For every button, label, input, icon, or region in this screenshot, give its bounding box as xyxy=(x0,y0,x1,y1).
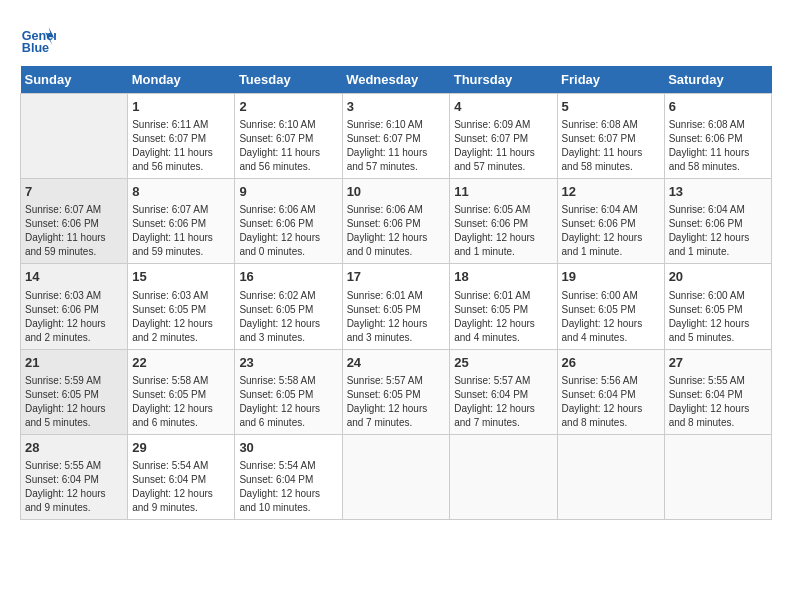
day-info: Sunrise: 5:54 AMSunset: 6:04 PMDaylight:… xyxy=(132,459,230,515)
day-number: 1 xyxy=(132,98,230,116)
calendar-cell: 14Sunrise: 6:03 AMSunset: 6:06 PMDayligh… xyxy=(21,264,128,349)
day-header-thursday: Thursday xyxy=(450,66,557,94)
calendar-cell: 27Sunrise: 5:55 AMSunset: 6:04 PMDayligh… xyxy=(664,349,771,434)
day-number: 3 xyxy=(347,98,446,116)
day-info: Sunrise: 6:00 AMSunset: 6:05 PMDaylight:… xyxy=(562,289,660,345)
day-info: Sunrise: 6:07 AMSunset: 6:06 PMDaylight:… xyxy=(132,203,230,259)
day-info: Sunrise: 6:07 AMSunset: 6:06 PMDaylight:… xyxy=(25,203,123,259)
day-info: Sunrise: 6:08 AMSunset: 6:06 PMDaylight:… xyxy=(669,118,767,174)
day-number: 17 xyxy=(347,268,446,286)
day-number: 13 xyxy=(669,183,767,201)
svg-text:Blue: Blue xyxy=(22,41,49,55)
day-header-saturday: Saturday xyxy=(664,66,771,94)
calendar-cell xyxy=(557,434,664,519)
page-header: General Blue xyxy=(20,20,772,56)
day-info: Sunrise: 5:58 AMSunset: 6:05 PMDaylight:… xyxy=(239,374,337,430)
calendar-cell: 17Sunrise: 6:01 AMSunset: 6:05 PMDayligh… xyxy=(342,264,450,349)
day-info: Sunrise: 5:55 AMSunset: 6:04 PMDaylight:… xyxy=(669,374,767,430)
day-number: 14 xyxy=(25,268,123,286)
calendar-cell: 5Sunrise: 6:08 AMSunset: 6:07 PMDaylight… xyxy=(557,94,664,179)
day-info: Sunrise: 6:03 AMSunset: 6:06 PMDaylight:… xyxy=(25,289,123,345)
calendar-cell: 11Sunrise: 6:05 AMSunset: 6:06 PMDayligh… xyxy=(450,179,557,264)
day-number: 9 xyxy=(239,183,337,201)
calendar-cell: 23Sunrise: 5:58 AMSunset: 6:05 PMDayligh… xyxy=(235,349,342,434)
day-info: Sunrise: 6:10 AMSunset: 6:07 PMDaylight:… xyxy=(347,118,446,174)
day-info: Sunrise: 6:03 AMSunset: 6:05 PMDaylight:… xyxy=(132,289,230,345)
calendar-cell: 6Sunrise: 6:08 AMSunset: 6:06 PMDaylight… xyxy=(664,94,771,179)
calendar-cell: 4Sunrise: 6:09 AMSunset: 6:07 PMDaylight… xyxy=(450,94,557,179)
day-number: 10 xyxy=(347,183,446,201)
day-info: Sunrise: 6:00 AMSunset: 6:05 PMDaylight:… xyxy=(669,289,767,345)
day-number: 4 xyxy=(454,98,552,116)
day-number: 19 xyxy=(562,268,660,286)
calendar-cell: 20Sunrise: 6:00 AMSunset: 6:05 PMDayligh… xyxy=(664,264,771,349)
day-number: 25 xyxy=(454,354,552,372)
day-info: Sunrise: 6:02 AMSunset: 6:05 PMDaylight:… xyxy=(239,289,337,345)
calendar-cell: 19Sunrise: 6:00 AMSunset: 6:05 PMDayligh… xyxy=(557,264,664,349)
day-info: Sunrise: 6:08 AMSunset: 6:07 PMDaylight:… xyxy=(562,118,660,174)
day-number: 6 xyxy=(669,98,767,116)
day-header-tuesday: Tuesday xyxy=(235,66,342,94)
day-number: 23 xyxy=(239,354,337,372)
day-info: Sunrise: 6:04 AMSunset: 6:06 PMDaylight:… xyxy=(669,203,767,259)
calendar-cell: 26Sunrise: 5:56 AMSunset: 6:04 PMDayligh… xyxy=(557,349,664,434)
day-number: 28 xyxy=(25,439,123,457)
day-number: 22 xyxy=(132,354,230,372)
calendar-cell: 1Sunrise: 6:11 AMSunset: 6:07 PMDaylight… xyxy=(128,94,235,179)
day-info: Sunrise: 5:58 AMSunset: 6:05 PMDaylight:… xyxy=(132,374,230,430)
calendar-cell: 30Sunrise: 5:54 AMSunset: 6:04 PMDayligh… xyxy=(235,434,342,519)
calendar-cell: 7Sunrise: 6:07 AMSunset: 6:06 PMDaylight… xyxy=(21,179,128,264)
day-info: Sunrise: 6:01 AMSunset: 6:05 PMDaylight:… xyxy=(347,289,446,345)
day-header-monday: Monday xyxy=(128,66,235,94)
day-number: 21 xyxy=(25,354,123,372)
calendar-cell: 21Sunrise: 5:59 AMSunset: 6:05 PMDayligh… xyxy=(21,349,128,434)
calendar-cell: 29Sunrise: 5:54 AMSunset: 6:04 PMDayligh… xyxy=(128,434,235,519)
logo: General Blue xyxy=(20,20,60,56)
day-number: 5 xyxy=(562,98,660,116)
day-info: Sunrise: 5:56 AMSunset: 6:04 PMDaylight:… xyxy=(562,374,660,430)
day-number: 8 xyxy=(132,183,230,201)
calendar-cell: 2Sunrise: 6:10 AMSunset: 6:07 PMDaylight… xyxy=(235,94,342,179)
day-number: 26 xyxy=(562,354,660,372)
day-number: 27 xyxy=(669,354,767,372)
day-number: 11 xyxy=(454,183,552,201)
day-info: Sunrise: 6:05 AMSunset: 6:06 PMDaylight:… xyxy=(454,203,552,259)
calendar-cell: 18Sunrise: 6:01 AMSunset: 6:05 PMDayligh… xyxy=(450,264,557,349)
day-number: 2 xyxy=(239,98,337,116)
calendar-cell: 15Sunrise: 6:03 AMSunset: 6:05 PMDayligh… xyxy=(128,264,235,349)
day-number: 12 xyxy=(562,183,660,201)
calendar-cell: 13Sunrise: 6:04 AMSunset: 6:06 PMDayligh… xyxy=(664,179,771,264)
day-info: Sunrise: 6:04 AMSunset: 6:06 PMDaylight:… xyxy=(562,203,660,259)
day-info: Sunrise: 6:06 AMSunset: 6:06 PMDaylight:… xyxy=(347,203,446,259)
calendar-cell: 3Sunrise: 6:10 AMSunset: 6:07 PMDaylight… xyxy=(342,94,450,179)
day-number: 24 xyxy=(347,354,446,372)
calendar-cell: 12Sunrise: 6:04 AMSunset: 6:06 PMDayligh… xyxy=(557,179,664,264)
day-info: Sunrise: 6:01 AMSunset: 6:05 PMDaylight:… xyxy=(454,289,552,345)
calendar-cell: 28Sunrise: 5:55 AMSunset: 6:04 PMDayligh… xyxy=(21,434,128,519)
calendar-cell: 24Sunrise: 5:57 AMSunset: 6:05 PMDayligh… xyxy=(342,349,450,434)
day-header-sunday: Sunday xyxy=(21,66,128,94)
day-info: Sunrise: 6:06 AMSunset: 6:06 PMDaylight:… xyxy=(239,203,337,259)
calendar-cell: 22Sunrise: 5:58 AMSunset: 6:05 PMDayligh… xyxy=(128,349,235,434)
day-header-wednesday: Wednesday xyxy=(342,66,450,94)
day-number: 7 xyxy=(25,183,123,201)
day-header-friday: Friday xyxy=(557,66,664,94)
calendar-cell xyxy=(342,434,450,519)
calendar-cell: 25Sunrise: 5:57 AMSunset: 6:04 PMDayligh… xyxy=(450,349,557,434)
day-number: 20 xyxy=(669,268,767,286)
calendar-cell xyxy=(664,434,771,519)
day-info: Sunrise: 5:57 AMSunset: 6:04 PMDaylight:… xyxy=(454,374,552,430)
day-info: Sunrise: 6:10 AMSunset: 6:07 PMDaylight:… xyxy=(239,118,337,174)
day-info: Sunrise: 5:59 AMSunset: 6:05 PMDaylight:… xyxy=(25,374,123,430)
day-info: Sunrise: 6:11 AMSunset: 6:07 PMDaylight:… xyxy=(132,118,230,174)
day-info: Sunrise: 5:55 AMSunset: 6:04 PMDaylight:… xyxy=(25,459,123,515)
day-number: 30 xyxy=(239,439,337,457)
calendar-cell: 16Sunrise: 6:02 AMSunset: 6:05 PMDayligh… xyxy=(235,264,342,349)
day-number: 16 xyxy=(239,268,337,286)
calendar-cell xyxy=(21,94,128,179)
day-info: Sunrise: 5:54 AMSunset: 6:04 PMDaylight:… xyxy=(239,459,337,515)
calendar-cell xyxy=(450,434,557,519)
calendar-cell: 9Sunrise: 6:06 AMSunset: 6:06 PMDaylight… xyxy=(235,179,342,264)
calendar-cell: 8Sunrise: 6:07 AMSunset: 6:06 PMDaylight… xyxy=(128,179,235,264)
calendar-table: SundayMondayTuesdayWednesdayThursdayFrid… xyxy=(20,66,772,520)
